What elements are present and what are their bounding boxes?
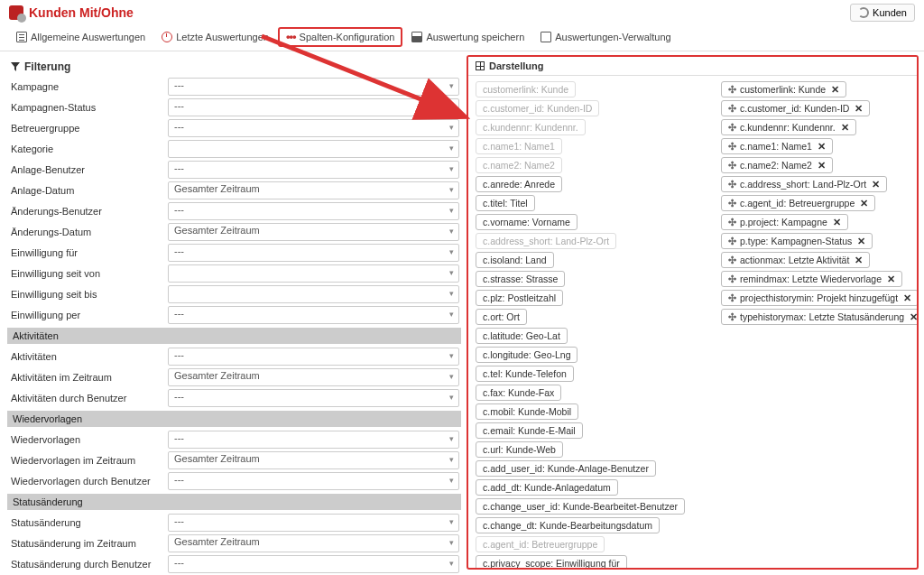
filter-select[interactable]: --- [168,431,459,449]
filter-label: Aktivitäten im Zeitraum [9,372,168,383]
available-chip[interactable]: c.change_user_id: Kunde-Bearbeitet-Benut… [476,498,685,515]
dots-icon: ••• [286,32,296,42]
filter-select[interactable]: --- [168,514,459,532]
selected-chip[interactable]: ✣c.name2: Name2✕ [721,157,833,173]
available-chip[interactable]: c.anrede: Anrede [476,176,562,192]
selected-chip[interactable]: ✣p.project: Kampagne✕ [721,214,848,230]
kunden-button[interactable]: Kunden [850,4,915,22]
remove-icon[interactable]: ✕ [818,141,826,152]
toolbar-letzte[interactable]: Letzte Auswertungen [154,28,276,46]
filter-select[interactable]: Gesamter Zeitraum [168,223,459,241]
available-chip[interactable]: c.add_dt: Kunde-Anlagedatum [476,479,618,496]
drag-icon: ✣ [728,255,736,265]
filter-select[interactable] [168,285,459,303]
clock-icon [162,32,172,42]
toolbar-verwaltung[interactable]: Auswertungen-Verwaltung [533,28,678,46]
list-icon [16,32,27,42]
available-chip[interactable]: c.vorname: Vorname [476,214,578,230]
filter-label: Änderungs-Benutzer [9,206,168,217]
remove-icon[interactable]: ✕ [860,198,868,209]
remove-icon[interactable]: ✕ [833,217,841,227]
filter-select[interactable]: --- [168,161,459,179]
remove-icon[interactable]: ✕ [831,84,839,95]
selected-chip[interactable]: ✣c.kundennr: Kundennr.✕ [721,119,856,135]
selected-chip[interactable]: ✣c.agent_id: Betreuergruppe✕ [721,195,875,211]
remove-icon[interactable]: ✕ [818,160,826,171]
remove-icon[interactable]: ✕ [841,122,849,133]
filter-select[interactable]: --- [168,472,459,490]
selected-chip[interactable]: ✣projecthistorymin: Projekt hinzugefügt✕ [721,290,917,306]
reload-icon [858,7,869,18]
available-chip[interactable]: c.plz: Postleitzahl [476,290,563,306]
available-chip[interactable]: c.isoland: Land [476,252,554,268]
filter-label: Wiedervorlagen im Zeitraum [9,455,168,466]
available-chip[interactable]: c.ort: Ort [476,309,527,325]
available-chip: c.customer_id: Kunden-ID [476,100,599,116]
filter-select[interactable]: --- [168,555,459,573]
filter-select[interactable]: --- [168,306,459,324]
selected-chip[interactable]: ✣typehistorymax: Letzte Statusänderung✕ [721,309,917,325]
display-panel: Darstellung customerlink: Kundec.custome… [467,55,919,570]
filter-select[interactable] [168,140,459,158]
filter-select[interactable] [168,264,459,283]
selected-chip[interactable]: ✣p.type: Kampagnen-Status✕ [721,233,873,249]
filter-label: Anlage-Benutzer [9,164,168,175]
filter-select[interactable]: Gesamter Zeitraum [168,534,459,552]
drag-icon: ✣ [728,198,736,209]
selected-chip[interactable]: ✣c.name1: Name1✕ [721,138,833,154]
remove-icon[interactable]: ✕ [855,103,863,114]
available-chip[interactable]: c.longitude: Geo-Lng [476,347,578,363]
filter-select[interactable]: --- [168,98,459,116]
filter-select[interactable]: --- [168,119,459,137]
available-chip[interactable]: c.privacy_scope: Einwilligung für [476,555,627,568]
available-chip[interactable]: c.fax: Kunde-Fax [476,385,561,401]
available-chip[interactable]: c.titel: Titel [476,195,535,211]
available-chip[interactable]: c.strasse: Strasse [476,271,565,287]
drag-icon: ✣ [728,84,736,95]
filter-label: Statusänderung [9,517,168,528]
filter-label: Aktivitäten [9,351,168,362]
filter-select[interactable]: --- [168,244,459,262]
filter-select[interactable]: --- [168,389,459,407]
filter-select[interactable]: Gesamter Zeitraum [168,451,459,469]
available-chip[interactable]: c.tel: Kunde-Telefon [476,366,574,382]
available-chip[interactable]: c.mobil: Kunde-Mobil [476,403,578,420]
available-chip: c.kundennr: Kundennr. [476,119,586,135]
available-columns: customerlink: Kundec.customer_id: Kunden… [476,81,685,562]
filter-label: Kampagne [9,81,168,92]
remove-icon[interactable]: ✕ [857,236,865,246]
filter-select[interactable]: --- [168,78,459,96]
selected-chip[interactable]: ✣c.customer_id: Kunden-ID✕ [721,100,870,116]
toolbar-speichern[interactable]: Auswertung speichern [404,28,531,46]
selected-chip[interactable]: ✣customerlink: Kunde✕ [721,81,846,97]
available-chip[interactable]: c.change_dt: Kunde-Bearbeitungsdatum [476,517,660,533]
available-chip[interactable]: c.email: Kunde-E-Mail [476,422,583,439]
toolbar-spalten[interactable]: •••Spalten-Konfiguration [278,27,402,47]
filter-select[interactable]: Gesamter Zeitraum [168,181,459,199]
available-chip[interactable]: c.latitude: Geo-Lat [476,328,568,344]
available-chip[interactable]: c.url: Kunde-Web [476,441,563,458]
filter-subheader: Aktivitäten [7,328,461,344]
filter-select[interactable]: --- [168,348,459,366]
remove-icon[interactable]: ✕ [872,179,880,190]
remove-icon[interactable]: ✕ [887,274,895,284]
gear-icon [541,32,551,42]
drag-icon: ✣ [728,141,736,152]
toolbar-allgemeine[interactable]: Allgemeine Auswertungen [9,28,152,46]
filter-label: Wiedervorlagen [9,434,168,445]
filter-select[interactable]: --- [168,202,459,220]
drag-icon: ✣ [728,217,736,227]
filter-subheader: Wiedervorlagen [7,411,461,427]
remove-icon[interactable]: ✕ [855,255,863,265]
available-chip: c.name2: Name2 [476,157,562,173]
available-chip[interactable]: c.add_user_id: Kunde-Anlage-Benutzer [476,460,656,477]
selected-chip[interactable]: ✣actionmax: Letzte Aktivität✕ [721,252,870,268]
filter-select[interactable]: Gesamter Zeitraum [168,368,459,386]
remove-icon[interactable]: ✕ [903,292,911,303]
remove-icon[interactable]: ✕ [910,311,917,322]
selected-chip[interactable]: ✣remindmax: Letzte Wiedervorlage✕ [721,271,902,287]
filter-subheader: Statusänderung [7,494,461,510]
drag-icon: ✣ [728,274,736,284]
selected-chip[interactable]: ✣c.address_short: Land-Plz-Ort✕ [721,176,887,192]
customers-icon [9,5,23,20]
